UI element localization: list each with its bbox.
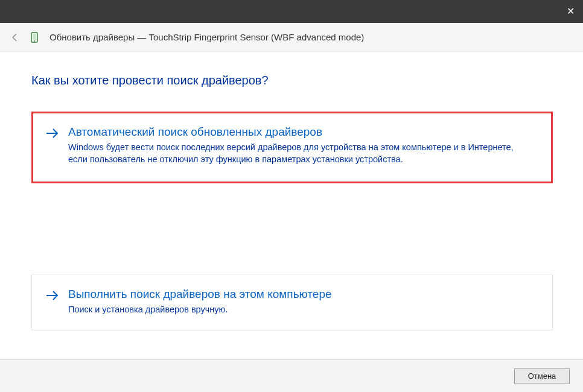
titlebar: ✕ (0, 0, 583, 23)
close-icon[interactable]: ✕ (567, 7, 575, 16)
content-area: Как вы хотите провести поиск драйверов? … (0, 52, 583, 359)
svg-point-2 (34, 40, 35, 42)
svg-rect-1 (33, 34, 36, 40)
header-title: Обновить драйверы — TouchStrip Fingerpri… (49, 32, 364, 42)
arrow-right-icon (45, 289, 60, 305)
page-heading: Как вы хотите провести поиск драйверов? (31, 74, 553, 87)
arrow-right-icon (45, 127, 60, 142)
option-browse-computer[interactable]: Выполнить поиск драйверов на этом компью… (31, 274, 553, 330)
option-title: Выполнить поиск драйверов на этом компью… (68, 288, 539, 301)
back-arrow-icon[interactable] (10, 32, 21, 43)
option-body: Автоматический поиск обновленных драйвер… (68, 125, 539, 166)
option-title: Автоматический поиск обновленных драйвер… (68, 125, 539, 139)
option-auto-search[interactable]: Автоматический поиск обновленных драйвер… (31, 112, 553, 183)
cancel-button[interactable]: Отмена (514, 368, 570, 384)
header: Обновить драйверы — TouchStrip Fingerpri… (0, 23, 583, 52)
footer: Отмена (0, 359, 583, 392)
option-description: Поиск и установка драйверов вручную. (68, 303, 527, 315)
option-description: Windows будет вести поиск последних верс… (68, 141, 527, 166)
device-icon (30, 32, 39, 43)
option-body: Выполнить поиск драйверов на этом компью… (68, 288, 539, 315)
